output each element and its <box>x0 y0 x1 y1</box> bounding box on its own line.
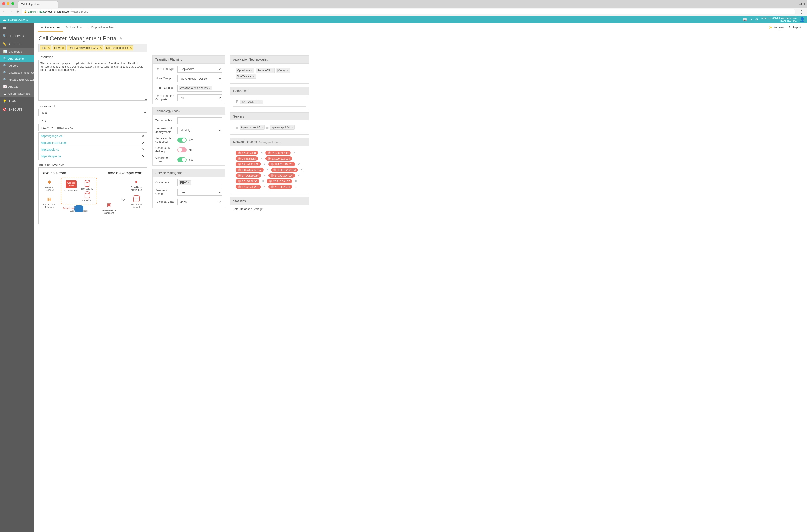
network-device-pill[interactable]: ?23.218.53.197 <box>267 179 292 183</box>
network-device-pill[interactable]: ?17.172.224.104 <box>268 173 295 178</box>
remove-device-icon[interactable]: ✕ <box>260 157 264 160</box>
sidebar-section-discover[interactable]: 🔍 DISCOVER <box>0 32 34 40</box>
chip[interactable]: REW✕ <box>179 180 191 185</box>
address-bar[interactable]: 🔒 Secure | https://testme.tidalmg.com/#/… <box>22 9 795 15</box>
network-device-pill[interactable]: ?104.43.195.251 <box>268 162 295 166</box>
book-icon[interactable]: 📖 <box>743 17 747 21</box>
remove-chip-icon[interactable]: ✕ <box>286 69 288 72</box>
help-icon[interactable]: ? <box>750 18 752 21</box>
report-button[interactable]: 🗎Report <box>786 23 803 32</box>
remove-device-icon[interactable]: ✕ <box>263 174 267 177</box>
customers-input[interactable]: REW✕ <box>177 179 222 186</box>
tag-chip[interactable]: No Hardcoded IPs✕ <box>105 45 133 51</box>
remove-url-icon[interactable]: ✕ <box>142 155 145 158</box>
remove-device-icon[interactable]: ✕ <box>294 157 298 160</box>
chip[interactable]: Amazon Web Services✕ <box>179 86 212 90</box>
back-icon[interactable]: ← <box>2 10 6 14</box>
sidebar-item-analyze[interactable]: 📈Analyze <box>0 83 34 90</box>
move-group-select[interactable]: Move Group - Oct 25 <box>177 75 222 82</box>
remove-device-icon[interactable]: ✕ <box>294 185 298 188</box>
tab-assessment[interactable]: 🗎Assessment <box>38 23 63 32</box>
tag-chip[interactable]: REW✕ <box>53 45 65 51</box>
close-window[interactable] <box>2 2 5 5</box>
servers-chips[interactable]: ▤trpewrcaprep03✕▤trpewrcapbiz01✕ <box>233 123 306 132</box>
chip[interactable]: Optimizely✕ <box>236 68 255 73</box>
close-tab-icon[interactable]: × <box>54 3 56 6</box>
description-textarea[interactable] <box>38 60 147 100</box>
reload-icon[interactable]: ⟳ <box>16 10 19 14</box>
remove-tag-icon[interactable]: ✕ <box>62 46 64 50</box>
freq-select[interactable]: Monthly <box>177 127 222 134</box>
remove-device-icon[interactable]: ✕ <box>297 163 301 166</box>
remove-device-icon[interactable]: ✕ <box>297 174 301 177</box>
guest-profile[interactable]: Guest <box>797 2 805 5</box>
minimize-window[interactable] <box>7 2 10 5</box>
tags-row[interactable]: Test✕REW✕Layer-3 Networking Only✕No Hard… <box>38 44 147 52</box>
network-device-pill[interactable]: ?23.100.122.175 <box>265 156 292 161</box>
network-device-pill[interactable]: ?104.40.211.35 <box>236 162 261 166</box>
network-device-pill[interactable]: ?216.58.217.99 <box>265 151 291 155</box>
url-input[interactable] <box>55 124 147 131</box>
avatar-icon[interactable]: 👤 <box>800 17 805 22</box>
edit-title-icon[interactable]: ✎ <box>119 36 122 41</box>
network-device-pill[interactable]: ?172.217.5.227 <box>236 185 261 189</box>
url-scheme-select[interactable]: http:// <box>38 124 54 131</box>
remove-chip-icon[interactable]: ✕ <box>251 69 253 72</box>
plan-complete-select[interactable]: No <box>177 94 222 101</box>
tag-chip[interactable]: Test✕ <box>40 45 51 51</box>
transition-type-select[interactable]: Replatform <box>177 66 222 73</box>
remove-tag-icon[interactable]: ✕ <box>48 46 50 50</box>
sidebar-item-servers[interactable]: 🔍Servers <box>0 62 34 69</box>
technologies-input[interactable] <box>177 117 222 124</box>
network-device-pill[interactable]: ?74.125.28.94 <box>268 185 292 189</box>
hamburger-icon[interactable]: ☰ <box>0 23 34 32</box>
remove-chip-icon[interactable]: ✕ <box>261 126 263 129</box>
sidebar-item-dashboard[interactable]: 📊Dashboard <box>0 48 34 55</box>
network-device-pill[interactable]: ?191.239.213.197 <box>236 168 264 172</box>
scc-toggle[interactable] <box>177 138 187 142</box>
forward-icon[interactable]: → <box>9 10 13 14</box>
network-device-pill[interactable]: ?17.142.160.84 <box>236 173 261 178</box>
sidebar-section-assess[interactable]: 📏 ASSESS <box>0 40 34 48</box>
sidebar-item-cloud-readiness[interactable]: ☁Cloud Readiness <box>0 90 34 97</box>
network-device-pill[interactable]: ?23.96.52.53 <box>236 156 258 161</box>
url-item[interactable]: https://google.ca✕ <box>39 133 147 139</box>
chip[interactable]: 720 TASK DB✕ <box>240 100 263 104</box>
remove-chip-icon[interactable]: ✕ <box>260 101 261 103</box>
remove-device-icon[interactable]: ✕ <box>265 168 269 171</box>
chip[interactable]: SiteCatalyst✕ <box>236 74 256 79</box>
sidebar-section-plan[interactable]: 💡 PLAN <box>0 97 34 105</box>
network-devices-chips[interactable]: ?172.217.8.3✕?216.58.217.99✕?23.96.52.53… <box>233 148 306 191</box>
show-ignored-link[interactable]: Show ignored devices <box>259 141 281 144</box>
target-clouds-input[interactable]: Amazon Web Services✕ <box>177 85 222 92</box>
remove-chip-icon[interactable]: ✕ <box>271 69 273 72</box>
remove-tag-icon[interactable]: ✕ <box>130 46 132 50</box>
sidebar-item-applications[interactable]: 🔍Applications <box>0 55 34 62</box>
user-menu[interactable]: philip.rees@tidalmigrations.com TIDAL TE… <box>761 17 796 22</box>
network-device-pill[interactable]: ?104.68.229.123 <box>271 168 298 172</box>
app-tech-chips[interactable]: Optimizely✕RequireJS✕jQuery✕SiteCatalyst… <box>233 66 306 81</box>
window-controls[interactable] <box>2 2 14 5</box>
browser-menu-icon[interactable]: ⋮ <box>798 9 805 14</box>
owner-select[interactable]: Fred <box>177 189 222 196</box>
remove-device-icon[interactable]: ✕ <box>300 168 303 171</box>
tab-dependency-tree[interactable]: ⛬Dependency Tree <box>85 23 117 32</box>
remove-device-icon[interactable]: ✕ <box>261 180 265 183</box>
linux-toggle[interactable] <box>177 157 187 162</box>
remove-url-icon[interactable]: ✕ <box>142 141 145 145</box>
analyze-button[interactable]: ✨Analyze <box>766 23 786 32</box>
cd-toggle[interactable] <box>177 147 187 152</box>
url-item[interactable]: http://apple.ca✕ <box>39 146 147 153</box>
tag-chip[interactable]: Layer-3 Networking Only✕ <box>67 45 103 51</box>
chip[interactable]: RequireJS✕ <box>256 68 275 73</box>
remove-device-icon[interactable]: ✕ <box>260 151 264 154</box>
chip[interactable]: trpewrcapbiz01✕ <box>270 125 295 130</box>
network-device-pill[interactable]: ?17.178.96.98 <box>236 179 259 183</box>
databases-chips[interactable]: 🗄720 TASK DB✕ <box>233 97 306 107</box>
remove-chip-icon[interactable]: ✕ <box>209 87 210 90</box>
remove-chip-icon[interactable]: ✕ <box>188 182 189 184</box>
browser-tab[interactable]: Tidal Migrations × <box>18 1 58 8</box>
remove-tag-icon[interactable]: ✕ <box>100 46 102 50</box>
remove-device-icon[interactable]: ✕ <box>263 185 267 188</box>
maximize-window[interactable] <box>11 2 14 5</box>
